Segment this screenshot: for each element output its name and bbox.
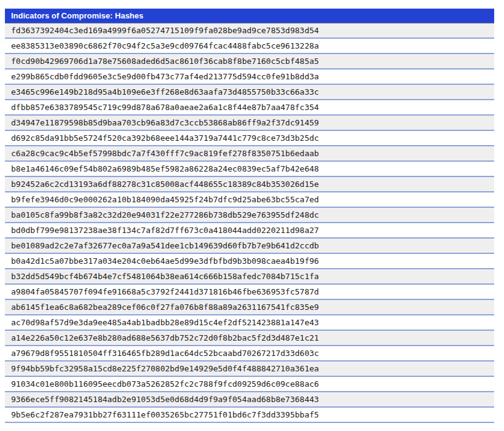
hash-row: a9804fa05845707f094fe91668a5c3792f2441d3…	[5, 285, 494, 300]
hash-row: e299b865cdb0fdd9605e3c5e9d00fb473c77af4e…	[5, 69, 494, 85]
hash-row: f0cd90b42969706d1a78e75608aded6d5ac8610f…	[5, 54, 494, 69]
hash-row: b9fefe3946d0c9e000262a10b184090da45925f2…	[5, 192, 494, 208]
hash-row: bd0dbf799e98137238ae38f134c7af82d7ff673c…	[5, 223, 494, 239]
hash-row: b92452a6c2cd13193a6df88278c31c85008acf44…	[5, 177, 494, 192]
hash-row: b32dd5d549bcf4b674b4e7cf5481064b38ea614c…	[5, 269, 494, 285]
hash-row: 9366ece5ff9082145184adb2e91053d5e0d68d4d…	[5, 392, 494, 408]
hash-row: a14e226a50c12e637e8b280ad688e5637db752c7…	[5, 331, 494, 346]
page: Indicators of Compromise: Hashes fd36373…	[0, 0, 504, 431]
ioc-hash-table: Indicators of Compromise: Hashes fd36373…	[5, 9, 494, 423]
hash-row: 9b5e6c2f287ea7931bb27f63111ef0035265bc27…	[5, 408, 494, 423]
hash-row: fd3637392404c3ed169a4999f6a05274715109f9…	[5, 23, 494, 39]
hash-row-list: fd3637392404c3ed169a4999f6a05274715109f9…	[5, 23, 494, 423]
hash-row: be01089ad2c2e7af32677ec0a7a9a541dee1cb14…	[5, 239, 494, 254]
hash-row: 9f94bb59bfc32958a15cd8e225f270802bd9e149…	[5, 362, 494, 377]
hash-row: dfbb857e6383789545c719c99d878a678a0aeae2…	[5, 100, 494, 116]
hash-row: b8e1a46146c09ef54b802a6989b485ef5982a862…	[5, 162, 494, 177]
hash-row: d34947e11879598b85d9baa703cb96a83d7c3ccb…	[5, 116, 494, 131]
hash-row: ba0105c8fa99b8f3a82c32d20e94031f22e27728…	[5, 208, 494, 223]
hash-row: e3465c996e149b218d95a4b109e6e3ff268e8d63…	[5, 85, 494, 100]
hash-row: ac70d98af57d9e3da9ee485a4ab1badbb28e89d1…	[5, 315, 494, 331]
hash-row: d692c85da91bb5e5724f520ca392b68eee144a37…	[5, 131, 494, 146]
hash-row: 91034c01e800b116095eecdb073a5262852fc2c7…	[5, 377, 494, 392]
table-title: Indicators of Compromise: Hashes	[5, 9, 494, 23]
hash-row: c6a28c9cac9c4b5ef57998bdc7a7f430fff7c9ac…	[5, 146, 494, 162]
hash-row: ee8385313e03890c6862f70c94f2c5a3e9cd0976…	[5, 39, 494, 54]
hash-row: a79679d8f9551810504ff316465fb289d1ac64dc…	[5, 346, 494, 362]
hash-row: b0a42d1c5a07bbe317a034e204c0eb64ae5d99e3…	[5, 254, 494, 269]
hash-row: ab6145f1ea6c8a682bea289cef06c0f27fa076b8…	[5, 300, 494, 315]
